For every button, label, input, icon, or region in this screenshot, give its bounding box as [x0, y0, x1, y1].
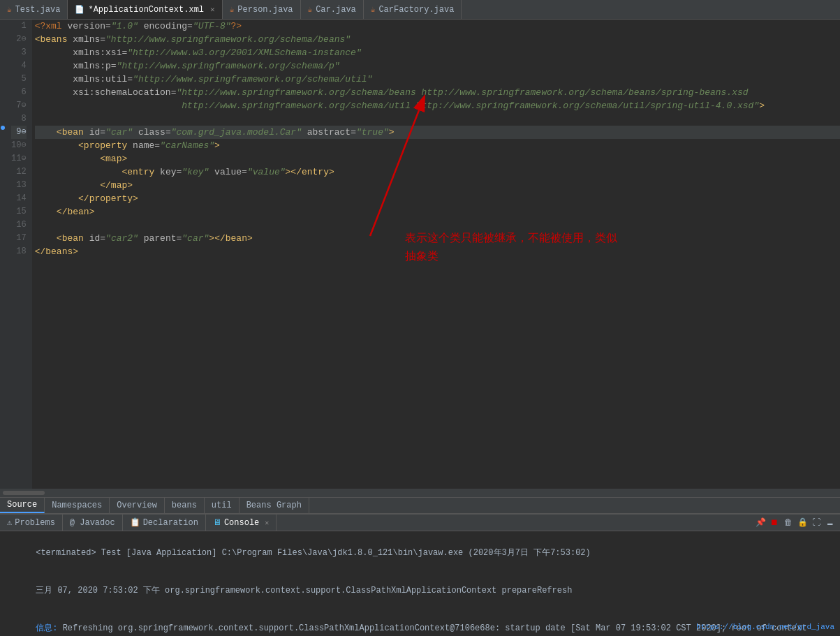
- line-num-4: 4: [11, 59, 27, 73]
- line-num-1: 1: [11, 20, 27, 33]
- code-line-11: <map>: [35, 152, 840, 165]
- code-line-15: </bean>: [35, 205, 840, 219]
- code-line-2: <beans xmlns="http://www.springframework…: [35, 33, 840, 46]
- code-line-16: [35, 219, 840, 232]
- bottom-tab-bar: Source Namespaces Overview beans util Be…: [0, 497, 840, 514]
- code-line-5: xmlns:util="http://www.springframework.o…: [35, 73, 840, 86]
- maximize-icon[interactable]: ⛶: [811, 517, 822, 528]
- console-tab-console[interactable]: 🖥 Console ✕: [206, 515, 277, 531]
- xml-icon: 📄: [75, 5, 84, 14]
- console-area: ⚠ Problems @ Javadoc 📋 Declaration 🖥 Con…: [0, 514, 840, 636]
- line-num-6: 6: [11, 86, 27, 99]
- line-num-8: 8: [11, 112, 27, 126]
- line-num-15: 15: [11, 205, 27, 219]
- line-num-16: 16: [11, 219, 27, 232]
- console-content: <terminated> Test [Java Application] C:\…: [0, 531, 840, 636]
- code-line-6: xsi:schemaLocation="http://www.springfra…: [35, 86, 840, 99]
- code-lines: <?xml version="1.0" encoding="UTF-8"?> <…: [32, 20, 840, 489]
- line-num-13: 13: [11, 179, 27, 192]
- scroll-track[interactable]: [3, 491, 45, 495]
- code-line-10: <property name="carNames">: [35, 139, 840, 152]
- code-line-12: <entry key="key" value="value"></entry>: [35, 165, 840, 179]
- code-line-17: <bean id="car2" parent="car"></bean>: [35, 232, 840, 245]
- stop-icon[interactable]: ⏹: [769, 517, 780, 528]
- console-url: https://blog.csdn.net/grd_java: [696, 621, 834, 633]
- console-tabs-left: ⚠ Problems @ Javadoc 📋 Declaration 🖥 Con…: [0, 515, 277, 531]
- code-line-18: </beans>: [35, 245, 840, 258]
- tab-car-java[interactable]: ☕ Car.java: [301, 0, 364, 19]
- line-num-18: 18: [11, 245, 27, 258]
- console-icon-tab: 🖥: [213, 517, 221, 528]
- line-num-2: 2⊖: [11, 33, 27, 46]
- console-toolbar: 📌 ⏹ 🗑 🔒 ⛶ 🗕: [751, 515, 840, 531]
- console-tab-javadoc[interactable]: @ Javadoc: [63, 515, 123, 531]
- tab-test-java-label: Test.java: [15, 5, 61, 15]
- scroll-bar-area[interactable]: [0, 489, 840, 497]
- line-num-7: 7⊖: [11, 99, 27, 112]
- java-icon-4: ☕: [371, 5, 376, 14]
- code-line-9: <bean id="car" class="com.grd_java.model…: [35, 126, 840, 139]
- code-container: 1 2⊖ 3 4 5 6 7⊖ 8 9⊖ 10⊖ 11⊖ 12 13 14 15…: [0, 20, 840, 489]
- line-num-9: 9⊖: [11, 126, 27, 139]
- tab-person-java-label: Person.java: [237, 5, 293, 15]
- tab-carfactory-java-label: CarFactory.java: [378, 5, 454, 15]
- code-line-13: </map>: [35, 179, 840, 192]
- code-line-3: xmlns:xsi="http://www.w3.org/2001/XMLSch…: [35, 46, 840, 59]
- tab-namespaces[interactable]: Namespaces: [45, 498, 110, 513]
- console-terminated-line: <terminated> Test [Java Application] C:\…: [6, 534, 834, 572]
- java-icon-2: ☕: [230, 5, 235, 14]
- tab-car-java-label: Car.java: [316, 5, 356, 15]
- line-num-14: 14: [11, 192, 27, 205]
- tab-appcontext-xml[interactable]: 📄 *ApplicationContext.xml ✕: [68, 0, 222, 19]
- code-line-4: xmlns:p="http://www.springframework.org/…: [35, 59, 840, 73]
- tab-beans-graph[interactable]: Beans Graph: [240, 498, 309, 513]
- declaration-icon: 📋: [130, 517, 140, 528]
- tab-test-java[interactable]: ☕ Test.java: [0, 0, 68, 19]
- pin-icon[interactable]: 📌: [755, 517, 766, 528]
- console-tab-declaration[interactable]: 📋 Declaration: [123, 515, 206, 531]
- minimize-icon[interactable]: 🗕: [825, 517, 836, 528]
- close-console-icon[interactable]: ✕: [265, 519, 269, 527]
- java-icon-3: ☕: [308, 5, 313, 14]
- bookmark-dot: [1, 126, 5, 130]
- line-num-3: 3: [11, 46, 27, 59]
- code-line-8: [35, 112, 840, 126]
- line-num-12: 12: [11, 165, 27, 179]
- clear-icon[interactable]: 🗑: [783, 517, 794, 528]
- tab-appcontext-xml-label: *ApplicationContext.xml: [88, 5, 204, 15]
- line-num-17: 17: [11, 232, 27, 245]
- java-icon: ☕: [7, 5, 12, 14]
- gutter-marker: [0, 20, 6, 489]
- tab-person-java[interactable]: ☕ Person.java: [223, 0, 301, 19]
- tab-beans[interactable]: beans: [165, 498, 205, 513]
- console-line-1: 三月 07, 2020 7:53:02 下午 org.springframewo…: [6, 572, 834, 609]
- scroll-lock-icon[interactable]: 🔒: [797, 517, 808, 528]
- line-numbers: 1 2⊖ 3 4 5 6 7⊖ 8 9⊖ 10⊖ 11⊖ 12 13 14 15…: [6, 20, 32, 489]
- tab-carfactory-java[interactable]: ☕ CarFactory.java: [364, 0, 462, 19]
- console-tab-problems[interactable]: ⚠ Problems: [0, 515, 63, 531]
- line-num-10: 10⊖: [11, 139, 27, 152]
- tab-bar: ☕ Test.java 📄 *ApplicationContext.xml ✕ …: [0, 0, 840, 20]
- tab-overview[interactable]: Overview: [110, 498, 165, 513]
- close-icon[interactable]: ✕: [210, 5, 215, 14]
- tab-source[interactable]: Source: [0, 498, 45, 513]
- code-line-14: </property>: [35, 192, 840, 205]
- warning-icon: ⚠: [7, 517, 12, 528]
- tab-util[interactable]: util: [205, 498, 240, 513]
- code-line-7: http://www.springframework.org/schema/ut…: [35, 99, 840, 112]
- editor-area: 1 2⊖ 3 4 5 6 7⊖ 8 9⊖ 10⊖ 11⊖ 12 13 14 15…: [0, 20, 840, 497]
- line-num-11: 11⊖: [11, 152, 27, 165]
- console-tab-bar: ⚠ Problems @ Javadoc 📋 Declaration 🖥 Con…: [0, 515, 840, 531]
- code-line-1: <?xml version="1.0" encoding="UTF-8"?>: [35, 20, 840, 33]
- line-num-5: 5: [11, 73, 27, 86]
